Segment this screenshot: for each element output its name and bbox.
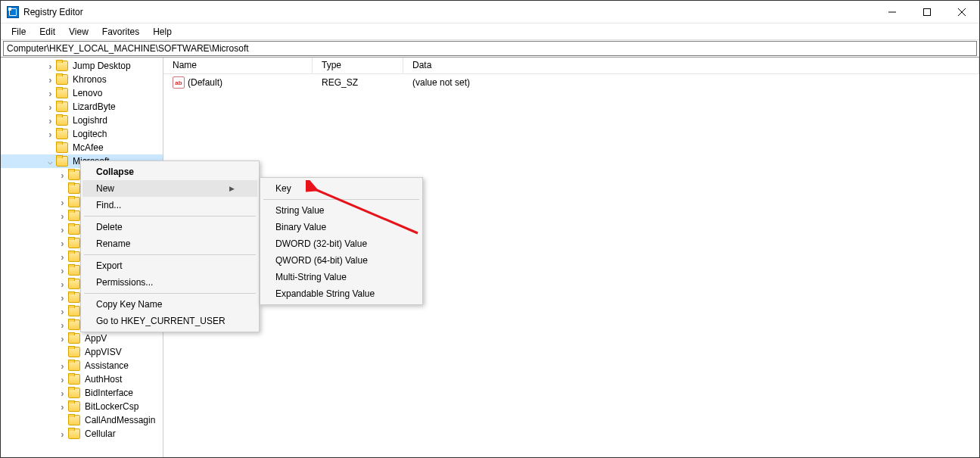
expander-open-icon[interactable] bbox=[45, 157, 56, 167]
folder-icon bbox=[68, 265, 80, 276]
window-title: Registry Editor bbox=[23, 7, 875, 17]
tree-item[interactable]: Khronos bbox=[1, 73, 163, 86]
expander-closed-icon[interactable] bbox=[57, 279, 68, 290]
expander-closed-icon[interactable] bbox=[45, 88, 56, 99]
value-type: REG_SZ bbox=[313, 77, 403, 88]
expander-closed-icon[interactable] bbox=[45, 61, 56, 72]
tree-item[interactable]: LizardByte bbox=[1, 100, 163, 114]
tree-item-label: Logitech bbox=[71, 129, 108, 139]
context-find[interactable]: Find... bbox=[82, 197, 257, 213]
menu-view[interactable]: View bbox=[63, 25, 95, 39]
folder-icon bbox=[68, 306, 80, 316]
tree-item[interactable]: Logishrd bbox=[1, 114, 163, 127]
expander-closed-icon[interactable] bbox=[45, 74, 56, 86]
maximize-button[interactable] bbox=[910, 1, 944, 23]
column-type[interactable]: Type bbox=[313, 58, 403, 73]
tree-item[interactable]: AuthHost bbox=[1, 372, 163, 386]
tree-item[interactable]: Lenovo bbox=[1, 86, 163, 100]
context-permissions[interactable]: Permissions... bbox=[82, 274, 257, 291]
tree-item-label: LizardByte bbox=[71, 101, 117, 112]
folder-icon bbox=[56, 129, 68, 139]
expander-closed-icon[interactable] bbox=[57, 360, 68, 372]
expander-closed-icon[interactable] bbox=[45, 115, 56, 126]
context-delete[interactable]: Delete bbox=[82, 219, 257, 235]
folder-icon bbox=[56, 74, 68, 85]
expander-closed-icon[interactable] bbox=[57, 251, 68, 263]
tree-item[interactable]: Assistance bbox=[1, 359, 163, 372]
expander-closed-icon[interactable] bbox=[57, 292, 68, 304]
folder-icon bbox=[68, 170, 80, 180]
expander-closed-icon[interactable] bbox=[57, 319, 68, 331]
close-button[interactable] bbox=[944, 1, 979, 23]
tree-item-label: Khronos bbox=[71, 74, 108, 85]
expander-closed-icon[interactable] bbox=[57, 224, 68, 235]
tree-item-label: Jump Desktop bbox=[71, 61, 132, 71]
expander-closed-icon[interactable] bbox=[45, 101, 56, 113]
tree-item-label: AppV bbox=[83, 333, 108, 344]
menubar: File Edit View Favorites Help bbox=[1, 23, 979, 40]
context-collapse[interactable]: Collapse bbox=[82, 164, 257, 180]
folder-icon bbox=[68, 415, 80, 425]
tree-item[interactable]: McAfee bbox=[1, 141, 163, 154]
submenu-key[interactable]: Key bbox=[262, 180, 421, 197]
regedit-icon bbox=[7, 6, 19, 18]
value-row[interactable]: ab (Default) REG_SZ (value not set) bbox=[163, 74, 979, 91]
submenu-expandable-string[interactable]: Expandable String Value bbox=[262, 285, 421, 302]
expander-closed-icon[interactable] bbox=[57, 210, 68, 222]
tree-item[interactable]: BitLockerCsp bbox=[1, 400, 163, 413]
column-name[interactable]: Name bbox=[163, 58, 313, 73]
column-data[interactable]: Data bbox=[403, 58, 979, 73]
submenu-multi-string[interactable]: Multi-String Value bbox=[262, 269, 421, 285]
window-controls bbox=[875, 1, 979, 23]
tree-item[interactable]: CallAndMessagin bbox=[1, 413, 163, 427]
submenu-dword[interactable]: DWORD (32-bit) Value bbox=[262, 235, 421, 252]
folder-icon bbox=[56, 156, 68, 167]
string-value-icon: ab bbox=[173, 76, 185, 89]
tree-item[interactable]: AppVISV bbox=[1, 345, 163, 359]
menu-edit[interactable]: Edit bbox=[33, 25, 61, 39]
folder-icon bbox=[56, 88, 68, 98]
folder-icon bbox=[68, 238, 80, 248]
menu-help[interactable]: Help bbox=[147, 25, 178, 39]
tree-item[interactable]: Jump Desktop bbox=[1, 59, 163, 73]
folder-icon bbox=[56, 61, 68, 71]
context-separator bbox=[84, 216, 256, 217]
expander-closed-icon[interactable] bbox=[57, 197, 68, 208]
submenu-qword[interactable]: QWORD (64-bit) Value bbox=[262, 252, 421, 269]
folder-icon bbox=[68, 210, 80, 221]
address-bar[interactable]: Computer\HKEY_LOCAL_MACHINE\SOFTWARE\Mic… bbox=[3, 41, 977, 56]
expander-closed-icon[interactable] bbox=[57, 238, 68, 249]
folder-icon bbox=[68, 388, 80, 398]
submenu-binary[interactable]: Binary Value bbox=[262, 219, 421, 235]
expander-closed-icon[interactable] bbox=[57, 374, 68, 385]
value-name: (Default) bbox=[188, 77, 222, 88]
context-new[interactable]: New ▶ bbox=[82, 180, 257, 197]
context-export[interactable]: Export bbox=[82, 257, 257, 274]
expander-closed-icon[interactable] bbox=[57, 265, 68, 276]
expander-closed-icon[interactable] bbox=[57, 333, 68, 344]
tree-item[interactable]: Logitech bbox=[1, 127, 163, 141]
minimize-button[interactable] bbox=[875, 1, 910, 23]
context-copy-key-name[interactable]: Copy Key Name bbox=[82, 296, 257, 313]
tree-item[interactable]: Cellular bbox=[1, 427, 163, 441]
tree-item[interactable]: BidInterface bbox=[1, 386, 163, 400]
context-rename[interactable]: Rename bbox=[82, 235, 257, 252]
expander-closed-icon[interactable] bbox=[45, 129, 56, 140]
expander-closed-icon[interactable] bbox=[57, 401, 68, 413]
folder-icon bbox=[68, 333, 80, 344]
new-submenu: Key String Value Binary Value DWORD (32-… bbox=[260, 177, 423, 305]
folder-icon bbox=[56, 101, 68, 112]
folder-icon bbox=[68, 251, 80, 262]
expander-closed-icon[interactable] bbox=[57, 170, 68, 181]
tree-item-label: Logishrd bbox=[71, 115, 109, 126]
expander-closed-icon[interactable] bbox=[57, 388, 68, 399]
menu-favorites[interactable]: Favorites bbox=[96, 25, 145, 39]
expander-closed-icon[interactable] bbox=[57, 428, 68, 440]
context-goto[interactable]: Go to HKEY_CURRENT_USER bbox=[82, 313, 257, 329]
submenu-string[interactable]: String Value bbox=[262, 202, 421, 219]
tree-item[interactable]: AppV bbox=[1, 332, 163, 345]
folder-icon bbox=[68, 374, 80, 385]
tree-item-label: CallAndMessagin bbox=[83, 415, 157, 425]
menu-file[interactable]: File bbox=[5, 25, 32, 39]
expander-closed-icon[interactable] bbox=[57, 306, 68, 317]
